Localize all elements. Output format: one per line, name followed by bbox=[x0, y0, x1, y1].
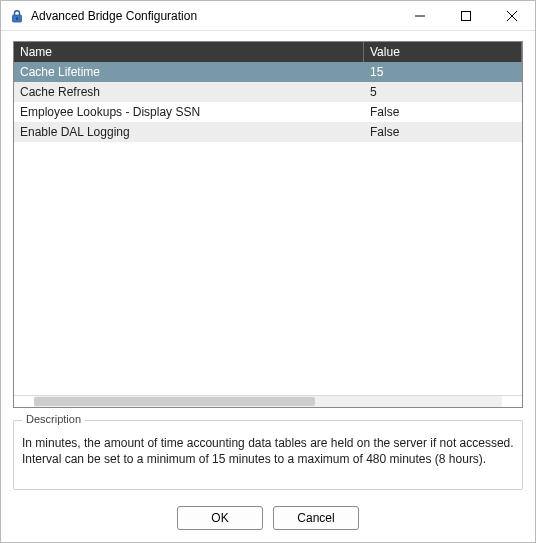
setting-name: Employee Lookups - Display SSN bbox=[14, 105, 364, 119]
setting-name: Cache Lifetime bbox=[14, 65, 364, 79]
setting-value: False bbox=[364, 125, 522, 139]
window-title: Advanced Bridge Configuration bbox=[31, 9, 397, 23]
close-button[interactable] bbox=[489, 1, 535, 30]
table-row[interactable]: Enable DAL LoggingFalse bbox=[14, 122, 522, 142]
column-header-value[interactable]: Value bbox=[364, 42, 522, 62]
horizontal-scrollbar[interactable] bbox=[34, 396, 502, 407]
window-controls bbox=[397, 1, 535, 30]
svg-rect-1 bbox=[16, 17, 18, 20]
setting-value: 5 bbox=[364, 85, 522, 99]
grid-body: Cache Lifetime15Cache Refresh5Employee L… bbox=[14, 62, 522, 395]
setting-value: 15 bbox=[364, 65, 522, 79]
svg-rect-2 bbox=[462, 11, 471, 20]
table-row[interactable]: Cache Lifetime15 bbox=[14, 62, 522, 82]
cancel-button[interactable]: Cancel bbox=[273, 506, 359, 530]
horizontal-scrollbar-thumb[interactable] bbox=[34, 397, 315, 406]
titlebar: Advanced Bridge Configuration bbox=[1, 1, 535, 31]
horizontal-scrollbar-track[interactable] bbox=[14, 395, 522, 407]
column-header-name[interactable]: Name bbox=[14, 42, 364, 62]
table-row[interactable]: Employee Lookups - Display SSNFalse bbox=[14, 102, 522, 122]
setting-name: Enable DAL Logging bbox=[14, 125, 364, 139]
setting-name: Cache Refresh bbox=[14, 85, 364, 99]
dialog-button-row: OK Cancel bbox=[13, 506, 523, 530]
grid-header: Name Value bbox=[14, 42, 522, 62]
ok-button[interactable]: OK bbox=[177, 506, 263, 530]
settings-grid: Name Value Cache Lifetime15Cache Refresh… bbox=[13, 41, 523, 408]
description-text: In minutes, the amount of time accountin… bbox=[22, 435, 514, 467]
description-group: Description In minutes, the amount of ti… bbox=[13, 420, 523, 490]
dialog-window: Advanced Bridge Configuration Name Value… bbox=[0, 0, 536, 543]
minimize-button[interactable] bbox=[397, 1, 443, 30]
table-row[interactable]: Cache Refresh5 bbox=[14, 82, 522, 102]
client-area: Name Value Cache Lifetime15Cache Refresh… bbox=[1, 31, 535, 542]
description-legend: Description bbox=[22, 413, 85, 425]
setting-value: False bbox=[364, 105, 522, 119]
maximize-button[interactable] bbox=[443, 1, 489, 30]
lock-icon bbox=[9, 8, 25, 24]
